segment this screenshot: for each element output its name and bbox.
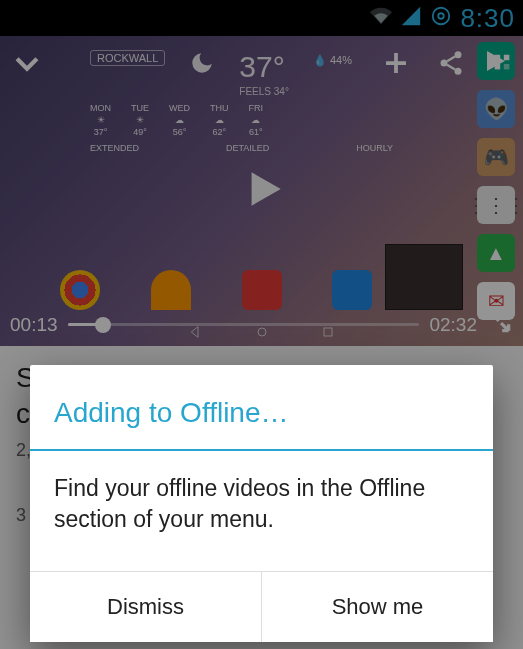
dialog-body: Find your offline videos in the Offline … [30, 451, 493, 571]
show-me-button[interactable]: Show me [262, 572, 493, 642]
offline-dialog: Adding to Offline… Find your offline vid… [30, 365, 493, 642]
dialog-title: Adding to Offline… [30, 365, 493, 451]
dismiss-button[interactable]: Dismiss [30, 572, 262, 642]
